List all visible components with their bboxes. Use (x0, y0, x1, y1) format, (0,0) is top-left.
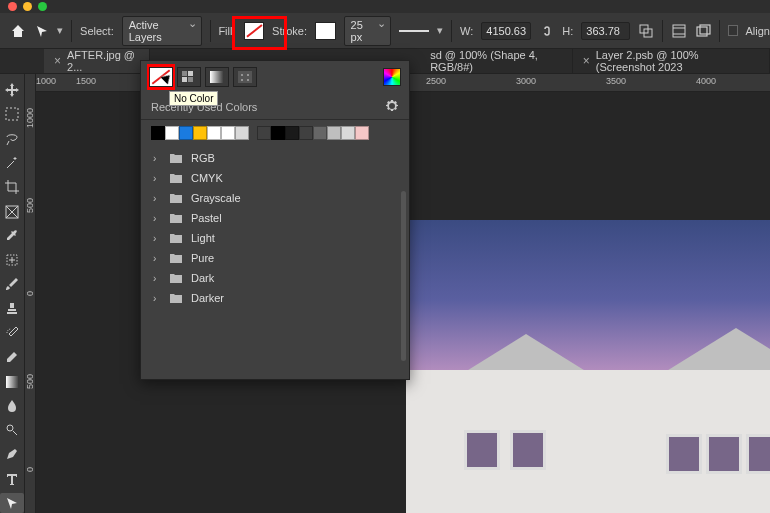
svg-point-25 (241, 79, 243, 81)
swatch-group[interactable]: ›Pastel (147, 208, 403, 228)
document-tab[interactable]: × AFTER.jpg @ 2... (44, 49, 150, 73)
move-tool-icon[interactable] (34, 22, 49, 40)
arrange-icon[interactable] (695, 22, 711, 40)
fill-type-solid[interactable] (177, 67, 201, 87)
fill-type-gradient[interactable] (205, 67, 229, 87)
wand-tool[interactable] (0, 153, 24, 173)
vertical-ruler: 1000 500 0 500 0 (24, 74, 36, 513)
swatch[interactable] (151, 126, 165, 140)
svg-rect-6 (697, 27, 707, 36)
tab-label: sd @ 100% (Shape 4, RGB/8#) (430, 49, 562, 73)
swatch[interactable] (165, 126, 179, 140)
chevron-right-icon: › (153, 153, 161, 164)
swatch[interactable] (271, 126, 285, 140)
traffic-close[interactable] (8, 2, 17, 11)
type-tool[interactable] (0, 469, 24, 489)
svg-rect-15 (6, 376, 18, 388)
width-input[interactable]: 4150.63 (481, 22, 531, 40)
height-label: H: (562, 25, 573, 37)
chevron-right-icon: › (153, 193, 161, 204)
swatch[interactable] (313, 126, 327, 140)
svg-point-16 (7, 425, 13, 431)
swatch[interactable] (257, 126, 271, 140)
swatch[interactable] (179, 126, 193, 140)
brush-tool[interactable] (0, 274, 24, 294)
link-wh-icon[interactable] (539, 22, 554, 40)
select-label: Select: (80, 25, 114, 37)
svg-rect-22 (238, 71, 252, 83)
chevron-right-icon: › (153, 293, 161, 304)
swatch-group[interactable]: ›Dark (147, 268, 403, 288)
fill-type-pattern[interactable] (233, 67, 257, 87)
gradient-tool[interactable] (0, 371, 24, 391)
swatch-group[interactable]: ›Light (147, 228, 403, 248)
swatch-groups-list: ›RGB›CMYK›Grayscale›Pastel›Light›Pure›Da… (141, 148, 409, 368)
align-edges-icon[interactable] (671, 22, 687, 40)
annotation-highlight-fill (232, 16, 287, 50)
document-tab[interactable]: × Layer 2.psb @ 100% (Screenshot 2023 (573, 49, 770, 73)
svg-rect-17 (182, 71, 187, 76)
color-picker-button[interactable] (383, 68, 401, 86)
select-dropdown[interactable]: Active Layers (122, 16, 202, 46)
chevron-right-icon: › (153, 253, 161, 264)
folder-icon (169, 152, 183, 164)
document-tab[interactable]: sd @ 100% (Shape 4, RGB/8#) (420, 49, 573, 73)
swatch-group[interactable]: ›Grayscale (147, 188, 403, 208)
swatch[interactable] (327, 126, 341, 140)
healing-tool[interactable] (0, 250, 24, 270)
height-input[interactable]: 363.78 (581, 22, 630, 40)
group-label: Pastel (191, 212, 222, 224)
tool-panel (0, 74, 24, 513)
swatch[interactable] (235, 126, 249, 140)
stroke-width-input[interactable]: 25 px (344, 16, 392, 46)
chevron-right-icon: › (153, 233, 161, 244)
group-label: RGB (191, 152, 215, 164)
folder-icon (169, 232, 183, 244)
frame-tool[interactable] (0, 201, 24, 221)
history-brush-tool[interactable] (0, 323, 24, 343)
swatch[interactable] (193, 126, 207, 140)
close-icon[interactable]: × (54, 54, 61, 68)
stroke-style-dropdown[interactable] (399, 23, 429, 39)
align-label: Align (746, 25, 770, 37)
marquee-tool[interactable] (0, 104, 24, 124)
eraser-tool[interactable] (0, 347, 24, 367)
swatch-group[interactable]: ›CMYK (147, 168, 403, 188)
svg-point-24 (247, 74, 249, 76)
swatch[interactable] (355, 126, 369, 140)
eyedropper-tool[interactable] (0, 226, 24, 246)
lasso-tool[interactable] (0, 129, 24, 149)
home-icon[interactable] (10, 22, 26, 40)
move-tool[interactable] (0, 80, 24, 100)
swatch[interactable] (221, 126, 235, 140)
dodge-tool[interactable] (0, 420, 24, 440)
close-icon[interactable]: × (583, 54, 590, 68)
group-label: Darker (191, 292, 224, 304)
pen-tool[interactable] (0, 444, 24, 464)
svg-rect-19 (182, 77, 187, 82)
traffic-zoom[interactable] (38, 2, 47, 11)
scrollbar[interactable] (401, 191, 406, 361)
traffic-minimize[interactable] (23, 2, 32, 11)
swatch-group[interactable]: ›RGB (147, 148, 403, 168)
swatch[interactable] (299, 126, 313, 140)
swatch[interactable] (341, 126, 355, 140)
blur-tool[interactable] (0, 396, 24, 416)
stroke-swatch[interactable] (315, 22, 336, 40)
swatch-group[interactable]: ›Darker (147, 288, 403, 308)
swatch-row (141, 120, 409, 148)
crop-tool[interactable] (0, 177, 24, 197)
swatch-group[interactable]: ›Pure (147, 248, 403, 268)
svg-rect-18 (188, 71, 193, 76)
swatch[interactable] (207, 126, 221, 140)
svg-point-26 (247, 79, 249, 81)
folder-icon (169, 172, 183, 184)
stamp-tool[interactable] (0, 299, 24, 319)
folder-icon (169, 272, 183, 284)
gear-icon[interactable] (385, 99, 399, 115)
path-select-tool[interactable] (0, 493, 24, 513)
swatch[interactable] (285, 126, 299, 140)
width-label: W: (460, 25, 473, 37)
align-checkbox[interactable] (728, 25, 738, 36)
path-ops-icon[interactable] (638, 22, 654, 40)
